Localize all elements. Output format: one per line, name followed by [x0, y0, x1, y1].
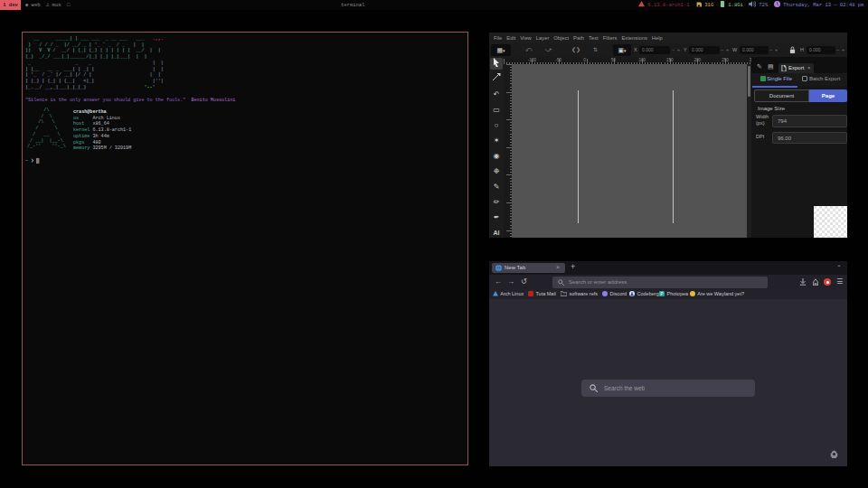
- svg-text:P: P: [660, 292, 663, 296]
